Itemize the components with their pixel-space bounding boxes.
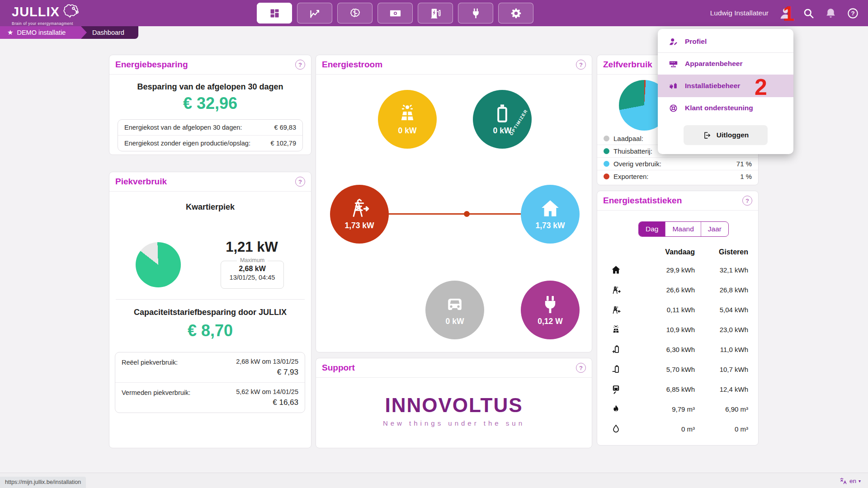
piek-row: Reëel piekverbruik: 2,68 kW om 13/01/25 …: [115, 352, 305, 382]
nav-settings-button[interactable]: [498, 3, 533, 23]
stats-row: 6,30 kWh 11,0 kWh: [611, 339, 747, 359]
brand-tagline: Brain of your energymanagment: [12, 21, 81, 26]
stats-row: 9,79 m³ 6,90 m³: [611, 399, 747, 419]
charging-station-icon: [429, 7, 442, 19]
car-icon: [444, 294, 466, 315]
menu-item-profiel[interactable]: Profiel: [658, 31, 793, 52]
legend-dot: [604, 136, 609, 141]
tab-maand[interactable]: Maand: [665, 222, 700, 236]
brand-logo[interactable]: JULLIX Brain of your energymanagment: [12, 3, 81, 26]
card-title: Piekverbruik: [115, 177, 167, 187]
star-icon: ★: [7, 28, 13, 37]
nav-charging-station-button[interactable]: [418, 3, 453, 23]
battery-discharge-icon: [611, 364, 632, 375]
card-title: Zelfverbruik: [603, 60, 652, 70]
help-icon[interactable]: ?: [576, 363, 586, 373]
menu-item-installatiebeheer[interactable]: Installatiebeheer: [658, 75, 793, 97]
logout-icon: [703, 131, 711, 140]
legend-row: Exporteren: 1 %: [597, 170, 758, 183]
piek-amount: € 7,93: [236, 368, 298, 377]
main-nav: [257, 3, 533, 23]
solar-icon: [611, 324, 632, 335]
stats-row: 0,11 kWh 5,04 kWh: [611, 300, 747, 319]
menu-item-label: Klant ondersteuning: [685, 104, 753, 112]
brain-icon: [349, 7, 361, 19]
logout-label: Uitloggen: [717, 131, 749, 139]
piek-label: Vermeden piekverbruik:: [122, 388, 190, 407]
status-bar: https://mijn.jullix.be/installation en ▾: [0, 473, 868, 488]
menu-item-apparatenbeheer[interactable]: Apparatenbeheer: [658, 53, 793, 75]
help-icon[interactable]: ?: [295, 177, 305, 187]
period-tabs: Dag Maand Jaar: [638, 221, 729, 237]
legend-value: 71 %: [736, 160, 752, 168]
plug-node: 0,12 W: [521, 281, 580, 339]
kv-row: Energiekost van de afgelopen 30 dagen: €…: [118, 120, 302, 135]
menu-item-label: Profiel: [685, 38, 707, 46]
gear-icon: [510, 7, 522, 19]
page: JULLIX Brain of your energymanagment: [0, 0, 868, 488]
breadcrumb-installation-label: DEMO installatie: [17, 29, 66, 36]
home-icon: [611, 265, 632, 275]
gas-flame-icon: [611, 404, 632, 414]
search-icon[interactable]: [802, 7, 815, 19]
card-energiestroom: Energiestroom ? 0 kW 0 kW OPTIMIZER 1,73…: [316, 55, 592, 352]
nav-charts-button[interactable]: [297, 3, 332, 23]
dashboard-grid-icon: [269, 7, 281, 19]
legend-label: Exporteren:: [613, 173, 736, 180]
card-title: Support: [322, 363, 355, 373]
brain-logo-icon: [61, 3, 81, 21]
nav-energy-cost-button[interactable]: [377, 3, 413, 23]
breadcrumb: ★ DEMO installatie Dashboard: [0, 26, 138, 39]
help-icon[interactable]: ?: [742, 196, 752, 206]
legend-dot: [604, 148, 609, 154]
kv-row: Energiekost zonder eigen productie/opsla…: [118, 135, 302, 151]
flow-dot: [464, 211, 470, 217]
logout-button[interactable]: Uitloggen: [684, 125, 768, 145]
life-ring-icon: [669, 103, 678, 113]
notifications-bell-icon[interactable]: [825, 7, 837, 19]
piek-amount: € 16,63: [236, 398, 298, 407]
annotation-2: 2: [755, 76, 767, 99]
menu-item-label: Installatiebeheer: [685, 82, 740, 90]
nav-optimizer-button[interactable]: [337, 3, 373, 23]
breadcrumb-page[interactable]: Dashboard: [92, 26, 124, 39]
maximum-date: 13/01/25, 04:45: [221, 274, 283, 281]
help-icon[interactable]: ?: [847, 7, 859, 19]
stats-row: 26,6 kWh 26,8 kWh: [611, 280, 747, 300]
user-dropdown-menu: Profiel Apparatenbeheer Installatiebehee…: [658, 29, 793, 154]
stats-row: 10,9 kWh 23,0 kWh: [611, 319, 747, 339]
grid-value: 1,73 kW: [344, 221, 374, 230]
piek-row: Vermeden piekverbruik: 5,62 kW om 14/01/…: [115, 382, 305, 413]
tab-jaar[interactable]: Jaar: [701, 222, 728, 236]
innovoltus-logo: INNOVOLTUS: [316, 394, 592, 417]
col-gisteren: Gisteren: [695, 248, 748, 256]
menu-item-klant-ondersteuning[interactable]: Klant ondersteuning: [658, 97, 793, 119]
besparing-details: Energiekost van de afgelopen 30 dagen: €…: [118, 119, 303, 151]
battery-value: 0 kW: [493, 126, 512, 136]
breadcrumb-installation[interactable]: ★ DEMO installatie: [0, 26, 87, 39]
help-icon[interactable]: ?: [295, 60, 305, 70]
battery-charge-icon: [611, 344, 632, 355]
innovoltus-tagline: New things under the sun: [316, 419, 592, 427]
user-name[interactable]: Ludwig Installateur: [710, 9, 769, 17]
maximum-box: Maximum 2,68 kW 13/01/25, 04:45: [221, 261, 284, 289]
kwartierpiek-value: 1,21 kW: [204, 239, 299, 255]
nav-plug-button[interactable]: [458, 3, 493, 23]
devices-icon: [669, 59, 678, 69]
ev-charger-icon: [611, 384, 632, 394]
savings-amount: € 8,70: [109, 321, 311, 340]
solar-node: 0 kW: [378, 90, 437, 149]
tab-dag[interactable]: Dag: [639, 222, 665, 236]
nav-dashboard-button[interactable]: [257, 3, 292, 23]
card-support: Support ? INNOVOLTUS New things under th…: [316, 358, 592, 448]
language-selector[interactable]: en ▾: [840, 477, 861, 485]
menu-item-label: Apparatenbeheer: [685, 60, 742, 68]
card-title: Energiebesparing: [115, 60, 188, 70]
legend-row: Overig verbruik: 71 %: [597, 157, 758, 170]
kv-label: Energiekost zonder eigen productie/opsla…: [124, 140, 250, 147]
banknote-icon: [389, 7, 401, 19]
help-icon[interactable]: ?: [576, 60, 586, 70]
grid-node: 1,73 kW: [330, 185, 389, 244]
plug-value: 0,12 W: [538, 317, 562, 326]
grid-home-flow-line: [389, 213, 521, 215]
